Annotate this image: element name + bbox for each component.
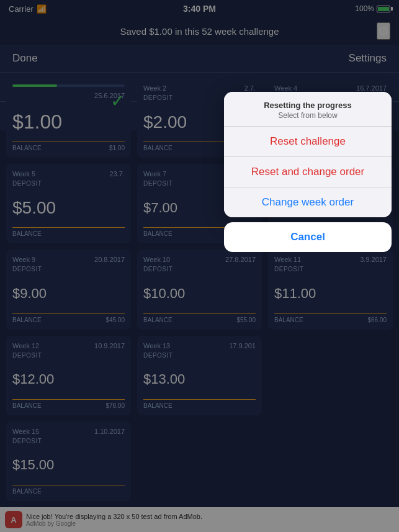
action-sheet-title: Resetting the progress (234, 101, 382, 110)
modal-overlay: Resetting the progress Select from below… (0, 0, 399, 532)
reset-change-order-button[interactable]: Reset and change order (224, 157, 392, 187)
action-sheet: Resetting the progress Select from below… (224, 92, 392, 217)
change-week-order-button[interactable]: Change week order (224, 187, 392, 217)
reset-challenge-button[interactable]: Reset challenge (224, 127, 392, 157)
action-sheet-subtitle: Select from below (234, 111, 382, 120)
action-sheet-container: Resetting the progress Select from below… (224, 92, 392, 252)
action-sheet-header: Resetting the progress Select from below (224, 92, 392, 127)
cancel-button[interactable]: Cancel (224, 222, 392, 252)
